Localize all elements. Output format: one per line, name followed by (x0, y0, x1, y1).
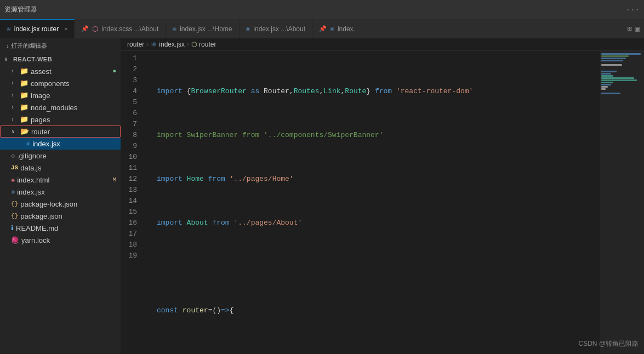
tab-index-partial[interactable]: 📌 ⚛ index. (312, 19, 362, 38)
file-jsx-icon2: ⚛ (11, 188, 15, 196)
sidebar-item-image[interactable]: › 📁 image (0, 89, 121, 101)
assest-badge: ● (112, 68, 116, 75)
sidebar-item-index-html[interactable]: ◈ index.html M (0, 174, 121, 186)
index-jsx-label: index.jsx (17, 188, 45, 196)
sidebar-item-router[interactable]: ∨ 📂 router (0, 125, 121, 138)
layout-icon[interactable]: ▣ (635, 24, 640, 33)
tab-end-buttons: ⊞ ▣ (623, 19, 644, 38)
gitignore-label: .gitignore (17, 152, 46, 160)
editor-area: router › ⚛ index.jsx › ⬡ router 1 2 3 4 … (121, 38, 644, 354)
code-line-7 (148, 349, 600, 354)
watermark: CSDN @转角已阻路 (578, 339, 639, 349)
tab-label-3: index.jsx ...\Home (180, 25, 232, 33)
sidebar-item-readme[interactable]: ℹ README.md (0, 222, 121, 234)
file-html-icon: ◈ (11, 176, 15, 184)
breadcrumb-sep2: › (187, 41, 189, 48)
breadcrumb-router: router (127, 41, 144, 48)
chevron-right-icon: › (11, 68, 18, 75)
folder-icon: 📁 (20, 103, 29, 112)
router-index-jsx-label: index.jsx (32, 140, 60, 148)
tab-label-2: index.scss ...\About (101, 25, 158, 33)
file-info-icon: ℹ (11, 224, 14, 232)
folder-icon: 📁 (20, 91, 29, 100)
file-json-icon2: {} (11, 213, 18, 219)
index-html-badge-m: M (112, 176, 116, 183)
folder-icon: 📁 (20, 79, 29, 88)
sidebar-item-gitignore[interactable]: ◇ .gitignore (0, 150, 121, 162)
breadcrumb: router › ⚛ index.jsx › ⬡ router (121, 38, 644, 51)
tab-icon-1: ⚛ (7, 25, 11, 33)
folder-open-icon: 📂 (20, 127, 29, 136)
split-editor-icon[interactable]: ⊞ (627, 24, 631, 33)
breadcrumb-sep1: › (146, 41, 149, 48)
data-js-label: data.js (20, 164, 41, 172)
project-label: REACT-WEB (13, 56, 52, 62)
breadcrumb-func-icon: ⬡ (191, 41, 197, 48)
file-git-icon: ◇ (11, 152, 15, 160)
package-json-label: package.json (20, 212, 62, 220)
code-line-3: import Home from '../pages/Home' (148, 174, 600, 185)
sidebar-item-data-js[interactable]: JS data.js (0, 162, 121, 174)
title-bar-dots[interactable]: ··· (626, 5, 640, 14)
breadcrumb-index-jsx: ⚛ index.jsx (151, 41, 185, 48)
package-lock-label: package-lock.json (20, 200, 77, 208)
sidebar-item-package-json[interactable]: {} package.json (0, 210, 121, 222)
yarn-lock-label: yarn.lock (21, 236, 50, 244)
folder-label: image (31, 92, 50, 100)
folder-icon: 📁 (20, 67, 29, 76)
tab-icon-2: ⬡ (92, 25, 98, 33)
minimap (600, 51, 644, 354)
tab-index-scss-about[interactable]: 📌 ⬡ index.scss ...\About (75, 19, 166, 38)
sidebar-item-assest[interactable]: › 📁 assest ● (0, 65, 121, 77)
sidebar-item-components[interactable]: › 📁 components (0, 77, 121, 89)
folder-label: assest (31, 67, 52, 76)
tab-label-5: index. (338, 25, 355, 33)
folder-label: node_modules (31, 104, 77, 112)
code-editor[interactable]: 1 2 3 4 5 6 7 8 9 10 11 12 13 14 15 16 1… (121, 51, 644, 354)
tab-bar: ⚛ index.jsx router ✕ 📌 ⬡ index.scss ...\… (0, 19, 644, 38)
tab-close-1[interactable]: ✕ (64, 26, 67, 32)
tab-index-jsx-about[interactable]: ⚛ index.jsx ...\About (240, 19, 313, 38)
title-bar: 资源管理器 ··· (0, 0, 644, 19)
index-html-label: index.html (17, 176, 49, 184)
chevron-right-icon: › (11, 93, 18, 99)
file-jsx-icon: ⚛ (26, 140, 30, 148)
folder-label: pages (31, 116, 50, 124)
sidebar-project-root[interactable]: ∨ REACT-WEB (0, 53, 121, 65)
tab-icon-4: ⚛ (246, 25, 250, 33)
sidebar-open-editors[interactable]: › 打开的编辑器 (0, 38, 121, 53)
router-folder-label: router (31, 128, 50, 136)
chevron-down-icon: ∨ (12, 128, 18, 135)
sidebar-item-package-lock[interactable]: {} package-lock.json (0, 198, 121, 210)
chevron-right-icon: › (11, 105, 18, 111)
folder-icon: 📁 (20, 115, 29, 124)
title-bar-title: 资源管理器 (4, 5, 37, 14)
chevron-right-icon: › (11, 117, 18, 123)
sidebar-item-pages[interactable]: › 📁 pages (0, 113, 121, 125)
folder-label: components (31, 79, 70, 88)
sidebar-item-index-jsx[interactable]: ⚛ index.jsx (0, 186, 121, 198)
code-line-2: import SwiperBanner from '../components/… (148, 130, 600, 141)
tab-index-jsx-home[interactable]: ⚛ index.jsx ...\Home (166, 19, 239, 38)
code-line-1: import {BrowserRouter as Router,Routes,L… (148, 86, 600, 97)
file-json-icon: {} (11, 201, 18, 207)
sidebar-item-router-index-jsx[interactable]: ⚛ index.jsx (0, 138, 121, 150)
chevron-down-icon: ∨ (4, 56, 11, 62)
tab-pin-2: 📌 (81, 25, 89, 32)
breadcrumb-jsx-icon: ⚛ (151, 41, 157, 48)
sidebar: › 打开的编辑器 ∨ REACT-WEB › 📁 assest ● › 📁 co… (0, 38, 121, 354)
chevron-down-icon: › (7, 43, 9, 49)
tab-label-1: index.jsx router (14, 25, 59, 33)
breadcrumb-router-func: ⬡ router (191, 41, 216, 48)
tab-index-jsx-router[interactable]: ⚛ index.jsx router ✕ (0, 19, 75, 38)
sidebar-item-yarn-lock[interactable]: 🧶 yarn.lock (0, 234, 121, 246)
code-line-5 (148, 261, 600, 272)
sidebar-item-node-modules[interactable]: › 📁 node_modules (0, 101, 121, 113)
code-line-6: const router=()=>{ (148, 305, 600, 316)
code-content: import {BrowserRouter as Router,Routes,L… (148, 51, 600, 354)
chevron-right-icon: › (11, 81, 18, 87)
line-numbers: 1 2 3 4 5 6 7 8 9 10 11 12 13 14 15 16 1… (121, 51, 148, 354)
tab-pin-5: 📌 (319, 25, 327, 32)
tab-icon-3: ⚛ (172, 25, 176, 33)
file-yarn-icon: 🧶 (11, 236, 19, 244)
